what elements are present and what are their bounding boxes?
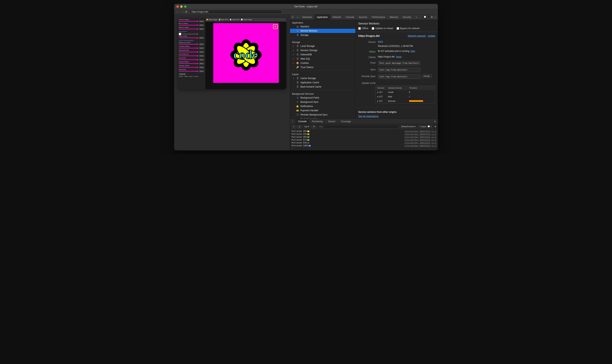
periodic-button[interactable]: Periodic [422, 74, 432, 78]
close-icon[interactable] [176, 5, 179, 8]
reset-button[interactable]: Reset [199, 70, 204, 72]
tree-item[interactable]: 🔑Trust Tokens [290, 65, 355, 69]
slider[interactable] [179, 67, 198, 68]
reset-button[interactable]: Reset [199, 47, 204, 49]
table-row[interactable]: ▸ #27Activate [375, 99, 435, 103]
tree-item[interactable]: ⏱Periodic Background Sync [290, 113, 355, 117]
back-icon[interactable]: ← [176, 10, 179, 13]
tree-item-manifest[interactable]: ▤Manifest [290, 25, 355, 29]
maximize-icon[interactable] [184, 5, 186, 8]
tree-item[interactable]: ▸🗄Local Storage [290, 44, 355, 48]
source-link[interactable]: colorworker.3bb51423.js:1 [404, 144, 436, 147]
console-settings-icon[interactable]: ⚙ [434, 125, 436, 128]
consider-dpr-checkbox[interactable] [179, 33, 181, 35]
table-row[interactable]: ▸ #27Install [375, 90, 435, 94]
slider[interactable] [179, 55, 198, 56]
kebab-icon[interactable]: ⋮ [434, 16, 436, 18]
reset-all-button[interactable]: Reset All [179, 73, 186, 75]
slider[interactable] [179, 71, 198, 72]
copy-svg-button[interactable]: 📋 Copy SVG [230, 19, 239, 20]
push-input[interactable] [378, 61, 420, 65]
tab-security[interactable]: Security [401, 14, 413, 20]
tree-item[interactable]: 🗄Application Cache [290, 80, 355, 85]
clear-console-icon[interactable]: ⊘ [297, 125, 302, 128]
forward-icon[interactable]: → [181, 10, 183, 13]
tree-item-service-workers[interactable]: ⚙Service Workers [290, 29, 355, 33]
reset-button[interactable]: Reset [199, 28, 204, 30]
section-input-size[interactable]: Input Size ▾ [179, 31, 204, 32]
tab-console[interactable]: Console [343, 14, 356, 20]
drawer-tab-console[interactable]: Console [295, 119, 309, 124]
source-link[interactable]: colorworker.3bb51423.js:1 [404, 142, 436, 144]
context-selector[interactable]: top ▾ [303, 125, 311, 128]
sidebar-toggle-icon[interactable]: ▸ [292, 125, 296, 128]
table-row[interactable]: ▸ #27Wait [375, 94, 435, 99]
tab-application[interactable]: Application [314, 14, 330, 20]
bypass-network-checkbox[interactable] [397, 27, 399, 30]
save-svg-button[interactable]: 💾 Save SVG [219, 19, 228, 20]
footer-links[interactable]: GitHub · Twitter · About · License [179, 76, 204, 77]
offline-checkbox[interactable] [358, 27, 361, 30]
see-all-link[interactable]: See all registrations [358, 115, 378, 117]
tree-item[interactable]: ▸🗄Session Storage [290, 48, 355, 52]
reset-button[interactable]: Reset [199, 43, 204, 45]
drawer-close-icon[interactable]: ✕ [432, 119, 438, 124]
tree-item[interactable]: ▸🗄Web SQL [290, 57, 355, 61]
inspect-icon[interactable]: ☐ [290, 14, 295, 20]
reset-button[interactable]: Reset [199, 37, 204, 39]
slider[interactable] [179, 52, 198, 52]
settings-icon[interactable]: ⚙ [431, 16, 433, 18]
tab-network[interactable]: Network [330, 14, 343, 20]
source-link[interactable]: colorworker.3bb51423.js:1 [404, 130, 436, 132]
reset-button[interactable]: Reset [199, 20, 204, 22]
source-link[interactable]: colorworker.3bb51423.js:1 [404, 133, 436, 135]
minimize-icon[interactable] [180, 5, 182, 8]
slider[interactable] [179, 38, 198, 38]
open-image-button[interactable]: 📂 Open Image [206, 19, 217, 20]
tab-elements[interactable]: Elements [300, 14, 314, 20]
tree-item[interactable]: ▸🍪Cookies [290, 61, 355, 65]
slider[interactable] [179, 29, 198, 29]
sync-input[interactable] [378, 68, 420, 72]
console-prompt[interactable]: › [292, 147, 436, 150]
focus-link[interactable]: focus [396, 55, 402, 58]
tree-item[interactable]: ▸🗄Cache Storage [290, 76, 355, 80]
update-link[interactable]: Update [428, 35, 435, 37]
slider[interactable] [179, 63, 198, 64]
reset-button[interactable]: Reset [199, 51, 204, 53]
tab-sources[interactable]: Sources [356, 14, 370, 20]
section-preprocessing[interactable]: Input Preprocessing ▾ [179, 39, 204, 41]
tree-item[interactable]: ▸🗄IndexedDB [290, 52, 355, 57]
tab-memory[interactable]: Memory [388, 14, 401, 20]
issues-badge[interactable]: 💬 1 [422, 15, 430, 19]
drawer-kebab-icon[interactable]: ⋮ [290, 119, 295, 124]
slider[interactable] [179, 59, 198, 60]
device-icon[interactable]: ▭ [295, 14, 300, 20]
tree-item[interactable]: ⇅Background Fetch [290, 96, 355, 100]
reset-button[interactable]: Reset [199, 24, 204, 26]
reset-button[interactable]: Reset [199, 66, 204, 68]
issues-link[interactable]: 1 Issue: 💬 1 [418, 125, 433, 128]
reset-button[interactable]: Reset [199, 55, 204, 57]
drawer-tab-coverage[interactable]: Coverage [338, 119, 353, 124]
reload-icon[interactable]: ⟳ [185, 10, 187, 13]
tree-item[interactable]: 💳Payment Handler [290, 108, 355, 113]
live-expr-icon[interactable]: 👁 [312, 125, 316, 128]
tree-item[interactable]: 🗄Back-forward Cache [290, 85, 355, 89]
console-filter-input[interactable] [317, 125, 399, 128]
update-reload-checkbox[interactable] [372, 27, 374, 30]
reset-button[interactable]: Reset [199, 63, 204, 65]
source-link[interactable]: colorworker.3bb51423.js:1 [404, 136, 436, 138]
stop-link[interactable]: stop [411, 50, 415, 52]
tree-item[interactable]: ↻Background Sync [290, 100, 355, 104]
more-tabs-icon[interactable]: » [413, 14, 419, 20]
periodic-sync-input[interactable] [378, 74, 420, 79]
tree-item[interactable]: ☁Push Messaging [290, 117, 355, 118]
tree-item-storage[interactable]: 🗄Storage [290, 33, 355, 37]
url-input[interactable] [189, 10, 282, 14]
slider[interactable] [179, 21, 198, 22]
drawer-tab-rendering[interactable]: Rendering [309, 119, 325, 124]
slider[interactable] [179, 25, 198, 26]
drawer-tab-search[interactable]: Search [325, 119, 338, 124]
tree-item[interactable]: 🔔Notifications [290, 104, 355, 108]
